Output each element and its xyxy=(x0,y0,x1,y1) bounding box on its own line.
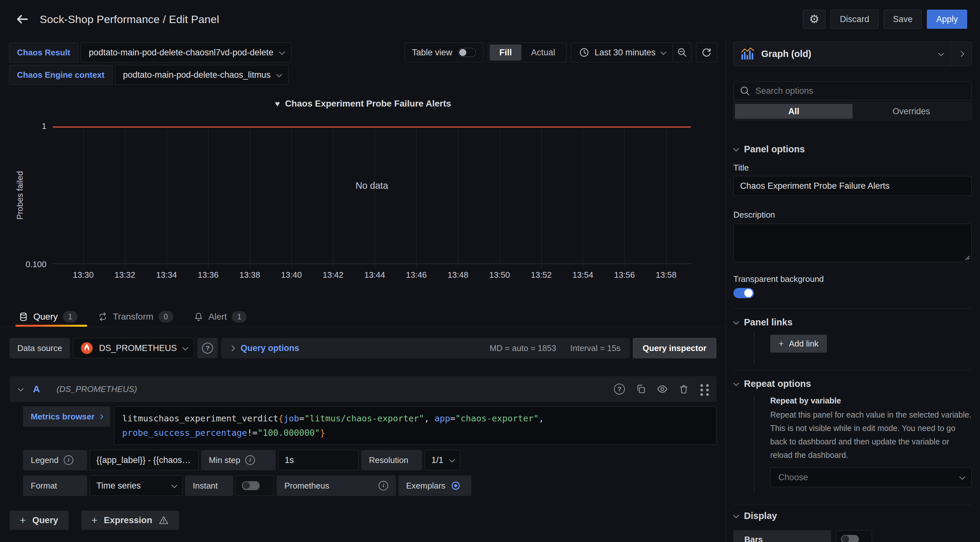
repeat-options-header[interactable]: Repeat options xyxy=(733,379,972,389)
prometheus-icon xyxy=(80,342,93,355)
x-tick-label: 13:56 xyxy=(605,270,644,280)
panel-description-input[interactable] xyxy=(734,224,971,262)
add-expression-button[interactable]: + Expression xyxy=(81,511,179,530)
description-field xyxy=(733,223,972,262)
query-datasource-name: (DS_PROMETHEUS) xyxy=(57,384,137,394)
panel-title-input[interactable] xyxy=(733,176,972,196)
resize-handle-icon[interactable] xyxy=(964,254,970,260)
variable-value-dropdown[interactable]: podtato-main-pod-delete-chaos_litmus xyxy=(115,65,288,85)
collapse-query-icon[interactable] xyxy=(18,385,23,391)
bars-toggle[interactable] xyxy=(841,535,859,542)
chevron-down-icon xyxy=(733,380,739,386)
discard-button[interactable]: Discard xyxy=(830,10,878,29)
promql-code[interactable]: litmuschaos_experiment_verdict{job="litm… xyxy=(114,406,716,445)
y-axis-title: Probes failed xyxy=(14,127,27,264)
x-tick-label: 13:46 xyxy=(397,270,436,280)
tab-transform[interactable]: Transform 0 xyxy=(98,306,173,326)
gridline xyxy=(500,128,500,268)
refresh-button[interactable] xyxy=(696,43,717,62)
instant-toggle[interactable] xyxy=(242,481,260,490)
info-icon: i xyxy=(379,481,388,490)
divider xyxy=(733,308,972,309)
add-buttons: + Query + Expression xyxy=(10,511,716,530)
apply-button[interactable]: Apply xyxy=(927,10,967,29)
search-options-input[interactable] xyxy=(756,86,966,96)
panel-title: ♥ Chaos Experiment Probe Failure Alerts xyxy=(0,98,726,109)
legend-input[interactable] xyxy=(90,450,199,470)
bars-toggle-cell xyxy=(836,530,872,542)
duplicate-icon[interactable] xyxy=(636,384,646,394)
search-options-box xyxy=(733,81,972,100)
chevron-down-icon xyxy=(733,512,739,518)
time-range-control: Last 30 minutes xyxy=(571,43,692,62)
editor-tabs: Query 1 Transform 0 Alert 1 xyxy=(0,306,726,327)
chevron-down-icon xyxy=(959,474,965,480)
chevron-down-icon xyxy=(279,49,285,55)
table-view-control: Table view xyxy=(404,43,483,62)
viz-name: Graph (old) xyxy=(761,49,811,59)
data-source-help-button[interactable]: ? xyxy=(197,338,218,358)
database-icon xyxy=(19,312,28,322)
repeat-by-variable-label: Repeat by variable xyxy=(770,396,972,406)
repeat-variable-select[interactable]: Choose xyxy=(770,468,972,487)
metrics-browser-button[interactable]: Metrics browser xyxy=(23,406,110,427)
collapse-sidebar-button[interactable] xyxy=(951,42,971,66)
filter-overrides[interactable]: Overrides xyxy=(853,104,970,119)
exemplars-icon[interactable] xyxy=(450,480,461,491)
x-tick-label: 13:58 xyxy=(647,270,686,280)
variable-chaos-engine-context: Chaos Engine context podtato-main-pod-de… xyxy=(9,65,717,85)
variable-value-dropdown[interactable]: podtato-main-pod-delete-chaosnl7vd-pod-d… xyxy=(81,43,291,62)
query-body: Metrics browser litmuschaos_experiment_v… xyxy=(10,406,716,445)
format-select[interactable]: Time series xyxy=(90,475,183,496)
plot-area[interactable]: 1 0.100 Probes failed No data 13:3013:32… xyxy=(53,127,691,264)
tab-query[interactable]: Query 1 xyxy=(19,306,78,326)
add-query-button[interactable]: + Query xyxy=(10,511,68,530)
back-arrow-icon[interactable] xyxy=(13,10,32,29)
sub-bar: Chaos Result podtato-main-pod-delete-cha… xyxy=(0,38,726,89)
data-source-picker[interactable]: DS_PROMETHEUS xyxy=(73,338,194,358)
description-label: Description xyxy=(733,210,972,220)
warning-icon xyxy=(159,515,169,525)
title-label: Title xyxy=(733,163,972,173)
table-view-label: Table view xyxy=(412,48,452,58)
query-header[interactable]: A (DS_PROMETHEUS) ? xyxy=(10,376,716,402)
panel-links-header[interactable]: Panel links xyxy=(733,317,972,328)
query-inspector-button[interactable]: Query inspector xyxy=(633,338,716,358)
heart-icon: ♥ xyxy=(275,99,280,109)
bell-icon xyxy=(194,312,204,322)
refresh-icon xyxy=(701,47,712,58)
query-options-bar[interactable]: Query options MD = auto = 1853 Interval … xyxy=(221,338,629,358)
visualization-picker[interactable]: Graph (old) xyxy=(733,41,972,66)
panel-settings-button[interactable]: ⚙ xyxy=(803,10,825,29)
chevron-down-icon xyxy=(276,71,282,77)
panel-options-header[interactable]: Panel options xyxy=(733,144,972,155)
bars-option-row: Bars xyxy=(733,530,972,542)
tab-alert[interactable]: Alert 1 xyxy=(194,306,247,326)
display-header[interactable]: Display xyxy=(733,511,972,521)
data-source-label: Data source xyxy=(10,338,70,358)
transparent-background-toggle[interactable] xyxy=(733,288,754,298)
chevron-down-icon xyxy=(733,146,739,151)
zoom-out-button[interactable] xyxy=(673,43,691,62)
graph-viz-icon xyxy=(741,48,755,60)
repeat-options-body: Repeat by variable Repeat this panel for… xyxy=(754,395,972,494)
query-options-row-2: Format Time series Instant Prometheus i xyxy=(10,475,716,496)
fill-option[interactable]: Fill xyxy=(490,44,521,60)
actual-option[interactable]: Actual xyxy=(521,44,565,60)
save-button[interactable]: Save xyxy=(884,10,922,29)
add-link-button[interactable]: + Add link xyxy=(770,335,827,353)
filter-all[interactable]: All xyxy=(735,104,853,119)
table-view-toggle[interactable] xyxy=(458,48,476,57)
trash-icon[interactable] xyxy=(679,384,689,394)
min-step-input[interactable] xyxy=(278,450,359,470)
plus-icon: + xyxy=(778,339,784,349)
time-range-picker[interactable]: Last 30 minutes xyxy=(571,43,673,62)
view-controls: Table view Fill Actual Last 30 minutes xyxy=(404,43,717,62)
exemplars-label: Exemplars xyxy=(398,475,471,496)
help-icon[interactable]: ? xyxy=(614,384,625,395)
page-title: Sock-Shop Performance / Edit Panel xyxy=(40,13,220,25)
drag-handle-icon[interactable] xyxy=(700,384,703,387)
eye-icon[interactable] xyxy=(657,384,668,395)
x-tick-label: 13:48 xyxy=(439,270,477,280)
resolution-select[interactable]: 1/1 xyxy=(425,450,460,470)
